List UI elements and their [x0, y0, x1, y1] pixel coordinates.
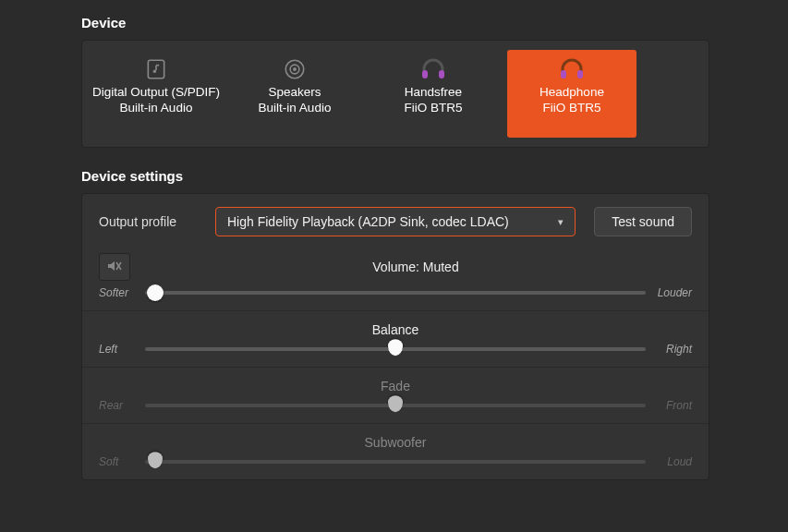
- device-settings-title: Device settings: [81, 168, 771, 184]
- fade-title: Fade: [99, 373, 692, 393]
- volume-section: Volume: Muted Softer Louder: [82, 249, 709, 310]
- svg-point-4: [293, 67, 297, 71]
- slider-left-label: Left: [99, 343, 136, 356]
- device-label: Handsfree: [405, 85, 462, 101]
- device-panel: Digital Output (S/PDIF) Built-in Audio S…: [81, 40, 709, 148]
- slider-right-label: Right: [655, 343, 692, 356]
- output-profile-label: Output profile: [99, 214, 199, 229]
- output-profile-row: Output profile High Fidelity Playback (A…: [82, 194, 709, 249]
- svg-rect-7: [561, 70, 566, 79]
- chevron-down-icon: ▾: [558, 216, 564, 228]
- test-sound-button[interactable]: Test sound: [594, 207, 692, 236]
- slider-right-label: Front: [655, 399, 692, 412]
- subwoofer-title: Subwoofer: [99, 429, 692, 450]
- headset-icon: [419, 55, 447, 83]
- slider-right-label: Loud: [655, 455, 692, 468]
- slider-left-label: Softer: [99, 286, 136, 299]
- device-sublabel: Built-in Audio: [259, 101, 332, 115]
- device-label: Headphone: [539, 85, 604, 101]
- fade-section: Fade Rear Front: [82, 367, 709, 423]
- svg-point-1: [153, 69, 156, 72]
- device-card-handsfree[interactable]: Handsfree FiiO BTR5: [369, 50, 498, 138]
- settings-panel: Output profile High Fidelity Playback (A…: [81, 193, 709, 480]
- device-card-headphone[interactable]: Headphone FiiO BTR5: [507, 50, 636, 138]
- audio-file-icon: [142, 55, 170, 83]
- device-card-speakers[interactable]: Speakers Built-in Audio: [230, 50, 359, 138]
- svg-rect-5: [422, 70, 428, 79]
- device-label: Digital Output (S/PDIF): [92, 85, 220, 101]
- subwoofer-section: Subwoofer Soft Loud: [82, 423, 709, 479]
- output-profile-dropdown[interactable]: High Fidelity Playback (A2DP Sink, codec…: [215, 207, 576, 236]
- device-label: Speakers: [268, 85, 321, 101]
- device-sublabel: FiiO BTR5: [404, 101, 462, 115]
- fade-slider: [145, 404, 646, 407]
- speaker-icon: [281, 55, 309, 83]
- device-row: Digital Output (S/PDIF) Built-in Audio S…: [82, 41, 709, 147]
- device-section-title: Device: [81, 15, 771, 30]
- mute-toggle-button[interactable]: [99, 253, 130, 281]
- dropdown-value: High Fidelity Playback (A2DP Sink, codec…: [227, 214, 558, 229]
- balance-title: Balance: [99, 317, 692, 337]
- volume-muted-icon: [107, 260, 122, 275]
- svg-rect-8: [577, 70, 583, 79]
- balance-section: Balance Left Right: [82, 310, 709, 367]
- volume-slider[interactable]: [145, 291, 646, 295]
- slider-left-label: Rear: [99, 399, 136, 412]
- volume-status-label: Volume: Muted: [139, 260, 692, 274]
- device-sublabel: FiiO BTR5: [542, 101, 600, 115]
- button-label: Test sound: [612, 214, 674, 229]
- device-sublabel: Built-in Audio: [120, 101, 193, 115]
- slider-right-label: Louder: [655, 286, 692, 299]
- svg-rect-6: [439, 70, 444, 79]
- headset-icon: [558, 55, 586, 83]
- device-card-digital-output[interactable]: Digital Output (S/PDIF) Built-in Audio: [91, 50, 221, 138]
- slider-left-label: Soft: [99, 455, 136, 468]
- subwoofer-slider: [145, 460, 646, 464]
- balance-slider[interactable]: [145, 347, 646, 351]
